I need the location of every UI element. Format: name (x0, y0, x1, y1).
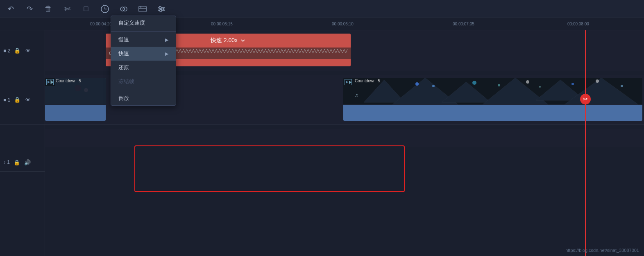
svg-point-35 (621, 85, 623, 87)
audio1-controls: ♪ 1 🔒 🔊 (0, 153, 45, 172)
ruler-mark-3: 00:00:07:05 (453, 22, 474, 26)
media-button[interactable] (137, 3, 148, 15)
svg-point-30 (498, 84, 500, 86)
clip2-label: Countdown_5 (355, 79, 380, 83)
crop-button[interactable]: □ (80, 3, 92, 15)
menu-restore[interactable]: 还原 (111, 61, 176, 75)
audio1-lock-icon[interactable]: 🔒 (13, 159, 20, 166)
speed-button[interactable] (99, 3, 111, 15)
track2-controls: ■ 2 🔒 👁 (0, 30, 45, 71)
track1-controls: ■ 1 🔒 👁 (0, 75, 45, 125)
audio1-row (45, 129, 644, 147)
svg-point-11 (160, 9, 162, 11)
menu-divider-1 (111, 31, 176, 32)
left-panel: ■ 2 🔒 👁 ■ 1 🔒 👁 ♪ 1 🔒 🔊 (0, 30, 45, 256)
watermark: https://blog.csdn.net/sinat_33087001 (565, 248, 639, 253)
filter-button[interactable] (118, 3, 129, 15)
svg-point-31 (526, 80, 529, 84)
audio1-volume-icon[interactable]: 🔊 (24, 159, 31, 166)
clip1-label: Countdown_5 (56, 79, 81, 83)
context-menu: 自定义速度 慢速 ▶ 快速 ▶ 还原 冻结帧 倒放 (111, 16, 176, 106)
track1-lock-icon[interactable]: 🔒 (14, 96, 21, 104)
svg-rect-15 (45, 87, 54, 87)
undo-button[interactable]: ↶ (5, 3, 16, 15)
svg-marker-19 (48, 81, 50, 84)
ruler-mark-1: 00:00:05:15 (211, 22, 233, 26)
svg-point-2 (123, 7, 127, 11)
menu-freeze-frame: 冻结帧 (111, 75, 176, 88)
svg-point-32 (539, 86, 541, 88)
track2-visible-icon[interactable]: 👁 (24, 47, 32, 54)
track2-lock-icon[interactable]: 🔒 (14, 47, 21, 54)
video-clip-1[interactable]: Countdown_5 (45, 78, 106, 121)
timeline-ruler: // drawn via CSS below 00:00:04:20 00:00… (0, 18, 644, 30)
ruler-mark-0: 00:00:04:20 (90, 22, 112, 26)
video-clip-2[interactable]: Countdown_5 ♬ (343, 78, 642, 121)
svg-point-29 (472, 81, 476, 85)
svg-point-17 (84, 88, 88, 92)
toolbar: ↶ ↷ 🗑 ✄ □ (0, 0, 644, 18)
ruler-mark-2: 00:00:06:10 (332, 22, 354, 26)
svg-rect-3 (139, 6, 146, 12)
svg-point-27 (415, 82, 419, 86)
svg-point-34 (596, 79, 599, 83)
adjust-button[interactable] (156, 3, 167, 15)
svg-point-28 (432, 85, 435, 87)
track2-label: ■ 2 (3, 48, 10, 54)
menu-divider-2 (111, 90, 176, 90)
menu-reverse[interactable]: 倒放 (111, 91, 176, 105)
menu-slow[interactable]: 慢速 ▶ (111, 33, 176, 47)
redo-button[interactable]: ↷ (24, 3, 35, 15)
slow-arrow: ▶ (165, 37, 168, 43)
svg-point-16 (75, 85, 81, 91)
svg-point-33 (571, 83, 574, 85)
svg-point-10 (162, 8, 164, 10)
fast-arrow: ▶ (165, 51, 168, 57)
audio1-label: ♪ 1 (3, 159, 10, 165)
delete-button[interactable]: 🗑 (43, 3, 54, 15)
track1-visible-icon[interactable]: 👁 (24, 96, 32, 104)
menu-custom-speed[interactable]: 自定义速度 (111, 16, 176, 30)
svg-marker-37 (346, 81, 348, 84)
menu-fast[interactable]: 快速 ▶ (111, 47, 176, 61)
ruler-mark-4: 00:00:08:00 (567, 22, 589, 26)
track1-label: ■ 1 (3, 97, 10, 103)
cut-button[interactable]: ✄ (61, 3, 73, 15)
svg-point-9 (159, 6, 161, 8)
